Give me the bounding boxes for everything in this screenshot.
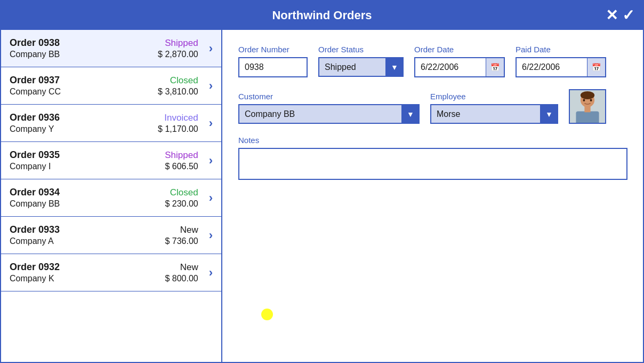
app-window: Northwind Orders ✕ ✓ Order 0938 Company … xyxy=(0,0,644,363)
order-status-0933: New xyxy=(165,225,198,235)
order-name-0935: Order 0935 xyxy=(10,149,165,161)
employee-select-wrapper: Morse Other xyxy=(430,104,558,124)
notes-textarea[interactable] xyxy=(238,148,627,180)
order-info-0934: Order 0934 Company BB xyxy=(10,187,165,209)
app-title: Northwind Orders xyxy=(272,9,372,22)
order-company-0934: Company BB xyxy=(10,199,165,209)
order-item-0936[interactable]: Order 0936 Company Y Invoiced $ 1,170.00… xyxy=(1,105,221,142)
order-status-0934: Closed xyxy=(165,187,198,198)
order-company-0935: Company I xyxy=(10,162,165,171)
order-status-select-wrapper: New Shipped Closed Invoiced xyxy=(318,57,404,77)
order-name-0936: Order 0936 xyxy=(10,112,158,123)
order-right-0935: Shipped $ 606.50 xyxy=(165,150,198,171)
order-date-calendar-icon[interactable]: 📅 xyxy=(486,58,504,76)
order-chevron-0937[interactable]: › xyxy=(209,79,213,93)
order-name-0933: Order 0933 xyxy=(10,224,165,235)
title-bar-buttons: ✕ ✓ xyxy=(606,8,634,23)
svg-point-6 xyxy=(590,99,592,101)
confirm-button[interactable]: ✓ xyxy=(622,8,634,23)
order-chevron-0933[interactable]: › xyxy=(209,228,213,242)
notes-section: Notes xyxy=(238,136,627,180)
order-info-0935: Order 0935 Company I xyxy=(10,149,165,171)
order-company-0937: Company CC xyxy=(10,87,158,97)
order-info-0933: Order 0933 Company A xyxy=(10,224,165,246)
employee-photo xyxy=(569,89,606,124)
employee-select[interactable]: Morse Other xyxy=(430,104,558,124)
notes-group: Notes xyxy=(238,136,627,180)
order-detail: Order Number Order Status New Shipped Cl… xyxy=(222,30,643,362)
order-status-0938: Shipped xyxy=(158,38,198,49)
order-chevron-0936[interactable]: › xyxy=(209,116,213,130)
order-right-0938: Shipped $ 2,870.00 xyxy=(158,38,198,59)
order-company-0936: Company Y xyxy=(10,124,158,134)
form-row-1: Order Number Order Status New Shipped Cl… xyxy=(238,45,627,77)
customer-label: Customer xyxy=(238,92,420,101)
order-date-group: Order Date 📅 xyxy=(414,45,505,77)
order-amount-0934: $ 230.00 xyxy=(165,199,198,209)
order-amount-0936: $ 1,170.00 xyxy=(158,124,198,134)
order-status-0932: New xyxy=(165,262,198,273)
order-info-0932: Order 0932 Company K xyxy=(10,262,165,283)
order-status-0935: Shipped xyxy=(165,150,198,161)
order-info-0936: Order 0936 Company Y xyxy=(10,112,158,134)
paid-date-wrapper: 📅 xyxy=(516,57,606,77)
order-item-0938[interactable]: Order 0938 Company BB Shipped $ 2,870.00… xyxy=(1,30,221,67)
order-right-0934: Closed $ 230.00 xyxy=(165,187,198,209)
main-content: Order 0938 Company BB Shipped $ 2,870.00… xyxy=(1,30,643,362)
order-amount-0937: $ 3,810.00 xyxy=(158,87,198,97)
svg-rect-3 xyxy=(576,111,599,123)
employee-group: Employee Morse Other xyxy=(430,92,558,124)
order-chevron-0934[interactable]: › xyxy=(209,191,213,205)
order-status-select[interactable]: New Shipped Closed Invoiced xyxy=(318,57,404,77)
order-right-0932: New $ 800.00 xyxy=(165,262,198,283)
order-right-0933: New $ 736.00 xyxy=(165,225,198,246)
order-item-0932[interactable]: Order 0932 Company K New $ 800.00 › xyxy=(1,254,221,291)
order-right-0936: Invoiced $ 1,170.00 xyxy=(158,113,198,134)
order-name-0934: Order 0934 xyxy=(10,187,165,198)
order-right-0937: Closed $ 3,810.00 xyxy=(158,75,198,97)
order-chevron-0932[interactable]: › xyxy=(209,266,213,280)
order-status-0936: Invoiced xyxy=(158,113,198,123)
order-date-wrapper: 📅 xyxy=(414,57,505,77)
order-item-0935[interactable]: Order 0935 Company I Shipped $ 606.50 › xyxy=(1,142,221,179)
order-amount-0933: $ 736.00 xyxy=(165,236,198,246)
close-button[interactable]: ✕ xyxy=(606,8,618,23)
customer-group: Customer Company A Company BB Company CC… xyxy=(238,92,420,124)
order-info-0937: Order 0937 Company CC xyxy=(10,75,158,97)
order-number-input[interactable] xyxy=(238,57,308,77)
order-amount-0932: $ 800.00 xyxy=(165,274,198,283)
order-list[interactable]: Order 0938 Company BB Shipped $ 2,870.00… xyxy=(1,30,222,362)
svg-point-2 xyxy=(581,91,594,99)
order-status-0937: Closed xyxy=(158,75,198,86)
svg-point-5 xyxy=(583,99,585,101)
order-company-0932: Company K xyxy=(10,274,165,283)
svg-rect-4 xyxy=(584,106,590,112)
paid-date-label: Paid Date xyxy=(516,45,606,54)
order-status-group: Order Status New Shipped Closed Invoiced xyxy=(318,45,404,77)
order-name-0937: Order 0937 xyxy=(10,75,158,86)
order-number-group: Order Number xyxy=(238,45,308,77)
order-chevron-0935[interactable]: › xyxy=(209,154,213,168)
order-item-0933[interactable]: Order 0933 Company A New $ 736.00 › xyxy=(1,217,221,254)
order-company-0933: Company A xyxy=(10,236,165,246)
form-row-2: Customer Company A Company BB Company CC… xyxy=(238,89,627,124)
paid-date-group: Paid Date 📅 xyxy=(516,45,606,77)
order-info-0938: Order 0938 Company BB xyxy=(10,37,158,59)
order-status-label: Order Status xyxy=(318,45,404,54)
order-number-label: Order Number xyxy=(238,45,308,54)
title-bar: Northwind Orders ✕ ✓ xyxy=(1,1,643,30)
notes-label: Notes xyxy=(238,136,627,145)
order-amount-0935: $ 606.50 xyxy=(165,162,198,171)
order-date-label: Order Date xyxy=(414,45,505,54)
order-company-0938: Company BB xyxy=(10,50,158,59)
order-item-0937[interactable]: Order 0937 Company CC Closed $ 3,810.00 … xyxy=(1,67,221,105)
order-chevron-0938[interactable]: › xyxy=(209,42,213,56)
order-name-0932: Order 0932 xyxy=(10,262,165,273)
order-amount-0938: $ 2,870.00 xyxy=(158,50,198,59)
order-item-0934[interactable]: Order 0934 Company BB Closed $ 230.00 › xyxy=(1,179,221,217)
customer-select[interactable]: Company A Company BB Company CC Company … xyxy=(238,104,420,124)
order-name-0938: Order 0938 xyxy=(10,37,158,49)
employee-label: Employee xyxy=(430,92,558,101)
paid-date-calendar-icon[interactable]: 📅 xyxy=(587,58,605,76)
customer-select-wrapper: Company A Company BB Company CC Company … xyxy=(238,104,420,124)
